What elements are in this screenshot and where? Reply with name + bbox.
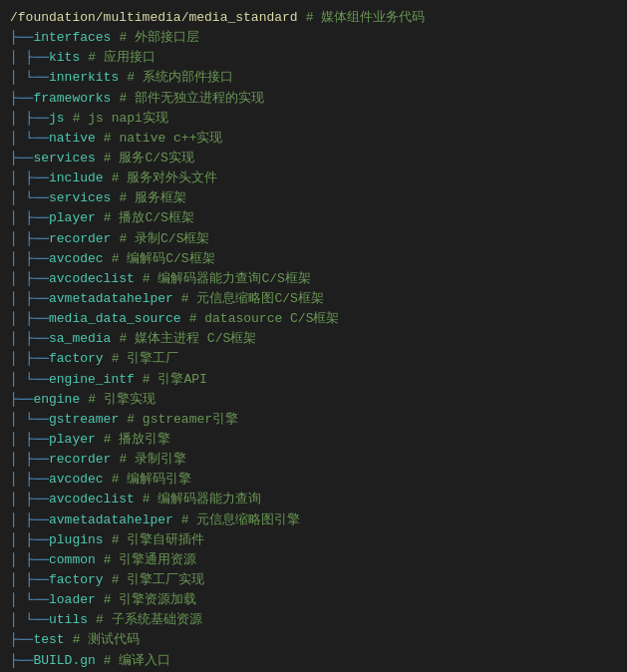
tree-comment: # 编解码C/S框架 xyxy=(112,249,215,269)
tree-comment: # 引擎API xyxy=(143,370,207,390)
tree-prefix: │ ├── xyxy=(10,269,49,289)
tree-prefix: │ └── xyxy=(10,188,49,208)
tree-prefix: │ ├── xyxy=(10,208,49,228)
tree-row: │ └── gstreamer # gstreamer引擎 xyxy=(10,410,617,430)
tree-prefix: │ ├── xyxy=(10,470,49,490)
tree-comment: # gstreamer引擎 xyxy=(127,410,238,430)
tree-node-name: services xyxy=(49,188,111,208)
tree-row: │ ├── plugins # 引擎自研插件 xyxy=(10,530,617,550)
tree-node-name: avcodeclist xyxy=(49,490,135,509)
tree-node-name: sa_media xyxy=(49,329,111,349)
tree-comment: # 引擎工厂实现 xyxy=(112,570,205,590)
tree-prefix: │ ├── xyxy=(10,490,49,509)
tree-node-name: interfaces xyxy=(33,28,111,48)
tree-comment: # 编解码器能力查询C/S框架 xyxy=(143,269,311,289)
tree-comment: # 引擎通用资源 xyxy=(104,550,197,570)
tree-node-name: include xyxy=(49,168,104,188)
tree-prefix: │ ├── xyxy=(10,329,49,349)
tree-node-name: gstreamer xyxy=(49,410,119,430)
tree-node-name: factory xyxy=(49,349,104,369)
tree-node-name: recorder xyxy=(49,450,111,470)
tree-row: │ ├── media_data_source # datasource C/S… xyxy=(10,309,617,329)
tree-comment: # 媒体主进程 C/S框架 xyxy=(119,329,256,349)
tree-row: ├── test # 测试代码 xyxy=(10,630,617,650)
tree-prefix: │ └── xyxy=(10,590,49,610)
tree-comment: # 编解码引擎 xyxy=(112,470,192,490)
tree-comment: # 系统内部件接口 xyxy=(127,68,233,88)
tree-node-name: factory xyxy=(49,570,104,590)
tree-comment: # 媒体组件业务代码 xyxy=(306,8,426,28)
tree-row: │ ├── common # 引擎通用资源 xyxy=(10,550,617,570)
tree-row: │ ├── player # 播放C/S框架 xyxy=(10,208,617,228)
tree-comment: # 播放C/S框架 xyxy=(104,208,194,228)
tree-node-name: engine xyxy=(33,390,80,410)
tree-prefix: │ └── xyxy=(10,129,49,149)
tree-node-name: utils xyxy=(49,610,88,630)
tree-prefix: │ ├── xyxy=(10,309,49,329)
tree-row: ├── frameworks # 部件无独立进程的实现 xyxy=(10,89,617,109)
tree-row: │ ├── recorder # 录制引擎 xyxy=(10,450,617,470)
tree-comment: # 元信息缩略图引擎 xyxy=(181,510,301,530)
tree-comment: # 编解码器能力查询 xyxy=(143,490,262,509)
tree-comment: # 引擎工厂 xyxy=(112,349,179,369)
tree-row: │ └── utils # 子系统基础资源 xyxy=(10,610,617,630)
tree-node-name: avcodec xyxy=(49,470,104,490)
tree-prefix: ├── xyxy=(10,149,33,168)
tree-prefix: │ ├── xyxy=(10,229,49,249)
tree-prefix: ├── xyxy=(10,651,33,671)
tree-row: │ └── loader # 引擎资源加载 xyxy=(10,590,617,610)
tree-comment: # 子系统基础资源 xyxy=(96,610,202,630)
tree-row: │ ├── avmetadatahelper # 元信息缩略图C/S框架 xyxy=(10,289,617,309)
tree-node-name: loader xyxy=(49,590,96,610)
tree-comment: # js napi实现 xyxy=(73,109,168,129)
tree-node-name: test xyxy=(33,630,64,650)
tree-prefix: │ ├── xyxy=(10,530,49,550)
tree-prefix: │ ├── xyxy=(10,570,49,590)
tree-node-name: /foundation/multimedia/media_standard xyxy=(10,8,298,28)
tree-comment: # 编译入口 xyxy=(104,651,171,671)
tree-row: ├── engine # 引擎实现 xyxy=(10,390,617,410)
tree-node-name: player xyxy=(49,208,96,228)
tree-comment: # 录制C/S框架 xyxy=(119,229,209,249)
tree-row: │ ├── factory # 引擎工厂 xyxy=(10,349,617,369)
tree-prefix: │ ├── xyxy=(10,349,49,369)
tree-comment: # 外部接口层 xyxy=(119,28,199,48)
tree-node-name: innerkits xyxy=(49,68,119,88)
tree-prefix: │ ├── xyxy=(10,550,49,570)
tree-node-name: services xyxy=(33,149,95,168)
tree-node-name: frameworks xyxy=(33,89,111,109)
tree-prefix: │ ├── xyxy=(10,510,49,530)
tree-node-name: avcodec xyxy=(49,249,104,269)
tree-row: ├── services # 服务C/S实现 xyxy=(10,149,617,168)
tree-prefix: │ ├── xyxy=(10,450,49,470)
tree-prefix: │ ├── xyxy=(10,109,49,129)
tree-node-name: avcodeclist xyxy=(49,269,135,289)
tree-row: ├── BUILD.gn # 编译入口 xyxy=(10,651,617,671)
tree-prefix: ├── xyxy=(10,390,33,410)
tree-row: │ ├── sa_media # 媒体主进程 C/S框架 xyxy=(10,329,617,349)
tree-prefix: ├── xyxy=(10,630,33,650)
tree-comment: # 元信息缩略图C/S框架 xyxy=(181,289,324,309)
tree-row: │ ├── avcodec # 编解码引擎 xyxy=(10,470,617,490)
tree-row: │ ├── include # 服务对外头文件 xyxy=(10,168,617,188)
file-tree: /foundation/multimedia/media_standard # … xyxy=(10,8,617,672)
tree-prefix: │ └── xyxy=(10,610,49,630)
tree-prefix: │ └── xyxy=(10,370,49,390)
tree-prefix: │ ├── xyxy=(10,249,49,269)
tree-comment: # 录制引擎 xyxy=(119,450,186,470)
tree-node-name: BUILD.gn xyxy=(33,651,95,671)
tree-comment: # 测试代码 xyxy=(73,630,141,650)
tree-node-name: avmetadatahelper xyxy=(49,289,173,309)
tree-row: │ └── native # native c++实现 xyxy=(10,129,617,149)
tree-comment: # native c++实现 xyxy=(104,129,223,149)
tree-node-name: media_data_source xyxy=(49,309,181,329)
tree-comment: # 服务对外头文件 xyxy=(112,168,218,188)
tree-row: │ ├── factory # 引擎工厂实现 xyxy=(10,570,617,590)
tree-comment: # datasource C/S框架 xyxy=(189,309,340,329)
tree-row: │ └── services # 服务框架 xyxy=(10,188,617,208)
tree-node-name: js xyxy=(49,109,65,129)
tree-node-name: kits xyxy=(49,48,80,68)
tree-node-name: avmetadatahelper xyxy=(49,510,173,530)
tree-row: │ ├── avcodeclist # 编解码器能力查询C/S框架 xyxy=(10,269,617,289)
tree-prefix: │ ├── xyxy=(10,430,49,450)
